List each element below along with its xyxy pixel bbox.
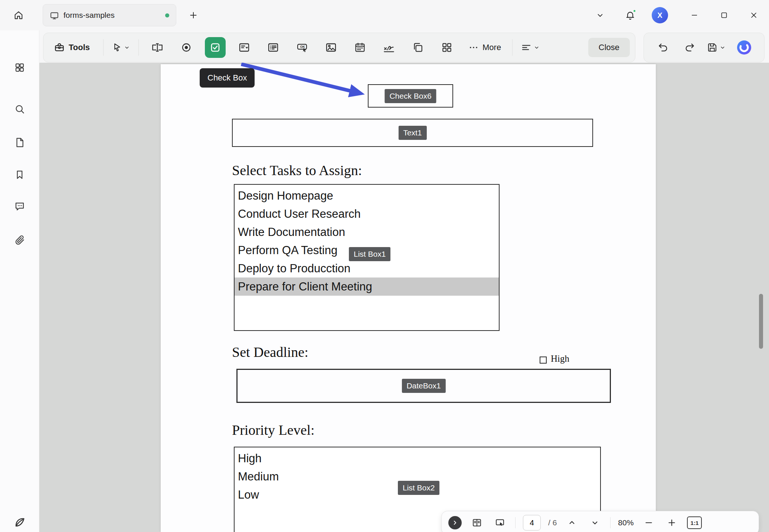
divider (103, 39, 104, 56)
listbox1-field[interactable]: Design Homepage Conduct User Research Wr… (234, 184, 500, 331)
text-field-tool-button[interactable] (147, 37, 168, 58)
close-form-mode-button[interactable]: Close (588, 38, 630, 57)
next-page-button[interactable] (587, 515, 603, 531)
checkbox6-field[interactable]: Check Box6 (368, 84, 453, 108)
list-box-tool-button[interactable] (263, 37, 284, 58)
image-field-tool-button[interactable] (321, 37, 341, 58)
tab-title: forms-samples (63, 11, 115, 20)
sidebar-item-bookmarks[interactable] (9, 164, 30, 185)
home-icon (13, 10, 24, 20)
chevron-right-icon (452, 519, 458, 526)
page-icon (14, 137, 25, 148)
align-lines-icon (521, 42, 532, 53)
sidebar-item-attachments[interactable] (9, 230, 30, 250)
minimize-button[interactable] (685, 6, 704, 25)
presentation-mode-button[interactable] (492, 515, 508, 531)
arrange-fields-tool-button[interactable] (436, 37, 457, 58)
push-button-icon: OK (296, 42, 308, 53)
save-icon (707, 42, 718, 53)
checkbox-tool-button[interactable] (205, 37, 226, 58)
combo-box-icon (238, 42, 250, 53)
list-item[interactable]: Write Documentation (235, 223, 499, 241)
plus-icon (189, 10, 198, 20)
page-total-label: / 6 (548, 518, 557, 527)
close-label: Close (599, 43, 619, 52)
ai-assistant-button[interactable] (734, 37, 754, 58)
sidebar-item-apps[interactable] (9, 57, 30, 78)
search-icon (14, 104, 25, 115)
bottom-toolbar: / 6 80% 1:1 (441, 511, 759, 532)
sidebar-item-comments[interactable] (9, 196, 30, 217)
expand-toolbar-button[interactable] (448, 516, 462, 529)
sidebar-item-search[interactable] (9, 99, 30, 119)
undo-button[interactable] (654, 37, 672, 58)
list-item[interactable]: Conduct User Research (235, 205, 499, 223)
close-window-button[interactable] (744, 6, 763, 25)
notification-dot (633, 9, 636, 13)
list-box-icon (267, 42, 279, 53)
toolbar-strip: Tools OK (39, 30, 769, 63)
more-dots-icon (468, 42, 479, 53)
datebox1-field[interactable]: DateBox1 (236, 369, 611, 403)
chevron-down-icon (590, 518, 600, 528)
document-tab[interactable]: forms-samples (43, 4, 176, 26)
text1-field-badge: Text1 (398, 126, 426, 140)
avatar[interactable]: X (652, 7, 668, 23)
bookmark-icon (14, 169, 25, 180)
signature-field-tool-button[interactable] (379, 37, 399, 58)
list-item[interactable]: High (235, 449, 600, 467)
apps-grid-icon (14, 62, 25, 73)
document-canvas[interactable]: Check Box Check Box6 Text1 Select Tasks … (39, 63, 769, 532)
plus-icon (667, 518, 677, 528)
left-sidebar (0, 30, 39, 532)
new-tab-button[interactable] (184, 6, 203, 25)
radio-button-icon (180, 42, 192, 53)
calendar-icon (354, 42, 366, 53)
checkbox-icon (209, 42, 221, 53)
zoom-in-button[interactable] (664, 515, 680, 531)
heading-select-tasks: Select Tasks to Assign: (232, 162, 362, 178)
radio-button-tool-button[interactable] (176, 37, 197, 58)
redo-button[interactable] (681, 37, 698, 58)
minimize-icon (690, 11, 699, 20)
save-button[interactable] (707, 42, 726, 53)
list-item-selected[interactable]: Prepare for Client Meeting (235, 278, 499, 296)
minus-icon (644, 518, 654, 528)
text1-field[interactable]: Text1 (232, 119, 593, 147)
home-button[interactable] (9, 6, 28, 25)
tools-button[interactable]: Tools (49, 37, 95, 58)
push-button-ok-text: OK (300, 45, 305, 49)
alignment-button[interactable] (521, 42, 540, 53)
select-tool-button[interactable] (112, 42, 130, 53)
actual-size-button[interactable]: 1:1 (687, 516, 702, 529)
copy-fields-tool-button[interactable] (408, 37, 428, 58)
ai-assistant-icon (736, 39, 752, 56)
tools-label: Tools (69, 43, 90, 52)
unsaved-indicator-dot (165, 13, 169, 17)
notifications-button[interactable] (621, 6, 640, 25)
more-button[interactable]: More (465, 42, 504, 53)
zoom-out-button[interactable] (641, 515, 657, 531)
high-checkbox[interactable] (540, 357, 547, 364)
page-number-input[interactable] (523, 515, 541, 531)
push-button-tool-button[interactable]: OK (292, 37, 312, 58)
heading-set-deadline: Set Deadline: (232, 344, 308, 360)
signature-icon (383, 41, 395, 54)
listbox1-field-badge: List Box1 (349, 247, 390, 261)
zoom-level-button[interactable]: 80% (618, 518, 634, 527)
pointer-screen-icon (495, 518, 505, 528)
more-label: More (482, 43, 501, 52)
list-item[interactable]: Design Homepage (235, 187, 499, 205)
vertical-scrollbar[interactable] (759, 294, 763, 349)
chevron-down-icon (719, 44, 726, 51)
titlebar-collapse-button[interactable] (590, 6, 610, 25)
sidebar-item-pages[interactable] (9, 132, 30, 153)
previous-page-button[interactable] (564, 515, 580, 531)
page-thumbnails-button[interactable] (469, 515, 485, 531)
form-tab-icon (50, 11, 59, 20)
date-field-tool-button[interactable] (350, 37, 370, 58)
maximize-button[interactable] (714, 6, 734, 25)
divider (138, 39, 139, 56)
combo-box-tool-button[interactable] (234, 37, 255, 58)
list-item[interactable]: Deploy to Producction (235, 259, 499, 278)
